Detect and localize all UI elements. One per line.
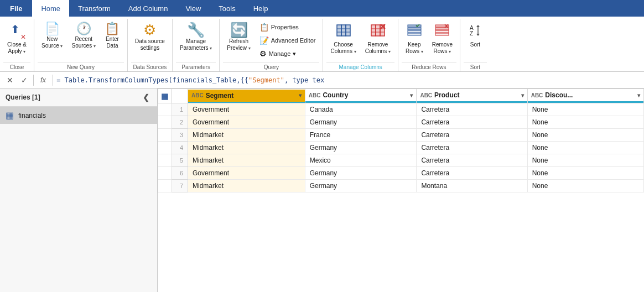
row-checkbox[interactable]: [158, 129, 172, 142]
tab-bar: File Home Transform Add Column View Tool…: [0, 0, 644, 17]
ribbon-group-reduce-rows: KeepRows ▾: [398, 19, 460, 71]
remove-rows-label: RemoveRows ▾: [432, 41, 453, 55]
row-checkbox[interactable]: [158, 142, 172, 154]
row-checkbox[interactable]: [158, 116, 172, 129]
row-num: 1: [172, 103, 188, 116]
advanced-editor-label: Advanced Editor: [271, 37, 316, 44]
manage-parameters-button[interactable]: 🔧 ManageParameters ▾: [176, 21, 216, 53]
recent-sources-button[interactable]: 🕐 RecentSources ▾: [67, 21, 99, 51]
advanced-editor-icon: 📝: [259, 36, 269, 45]
sort-icon: A Z: [469, 23, 481, 40]
ribbon-group-query: 🔄 RefreshPreview ▾ 📋 Properties 📝 Advanc…: [220, 19, 323, 71]
sidebar-title: Queries [1]: [6, 93, 40, 101]
formula-confirm-button[interactable]: ✓: [19, 75, 30, 86]
ribbon-group-manage-columns: ChooseColumns ▾: [323, 19, 398, 71]
table-row[interactable]: 2 Government Germany Carretera None: [158, 116, 644, 129]
table-row[interactable]: 7 Midmarket Germany Montana None: [158, 180, 644, 192]
remove-columns-button[interactable]: RemoveColumns ▾: [361, 21, 394, 56]
col-header-segment[interactable]: ABC Segment ▾: [188, 89, 305, 103]
sort-button[interactable]: A Z Sort: [464, 21, 487, 50]
cell-segment: Government: [188, 116, 305, 129]
table-row[interactable]: 4 Midmarket Germany Carretera None: [158, 142, 644, 154]
sort-label: Sort: [470, 41, 480, 48]
sidebar: Queries [1] ❮ ▦ financials: [0, 88, 158, 292]
col-dropdown-discount[interactable]: ▾: [637, 92, 640, 98]
refresh-preview-label: RefreshPreview ▾: [227, 38, 250, 51]
cell-product: Montana: [417, 180, 527, 192]
data-source-settings-button[interactable]: ⚙ Data sourcesettings: [131, 21, 169, 53]
select-all-header[interactable]: ▦: [158, 89, 172, 103]
svg-rect-4: [346, 25, 350, 36]
ribbon-group-manage-columns-label: Manage Columns: [326, 62, 394, 71]
tab-transform[interactable]: Transform: [69, 0, 120, 17]
formula-bar-separator2: [53, 75, 53, 86]
advanced-editor-button[interactable]: 📝 Advanced Editor: [256, 34, 320, 46]
tab-tools[interactable]: Tools: [210, 0, 244, 17]
col-name-segment: Segment: [206, 92, 234, 100]
table-row[interactable]: 5 Midmarket Mexico Carretera None: [158, 154, 644, 167]
svg-text:Z: Z: [470, 30, 473, 36]
refresh-preview-button[interactable]: 🔄 RefreshPreview ▾: [223, 21, 254, 53]
query-col-right: 📋 Properties 📝 Advanced Editor ⚙ Manage …: [256, 21, 320, 60]
svg-rect-0: [337, 25, 341, 36]
col-type-icon-country: ABC: [309, 92, 321, 98]
svg-rect-8: [371, 25, 376, 36]
properties-icon: 📋: [259, 23, 269, 32]
row-checkbox[interactable]: [158, 167, 172, 180]
new-source-icon: 📄: [45, 23, 60, 35]
row-num: 7: [172, 180, 188, 192]
remove-rows-button[interactable]: RemoveRows ▾: [428, 21, 456, 56]
tab-view[interactable]: View: [176, 0, 210, 17]
formula-text[interactable]: = Table.TransformColumnTypes(financials_…: [56, 76, 640, 84]
recent-sources-icon: 🕐: [76, 23, 91, 35]
row-num: 2: [172, 116, 188, 129]
ribbon-group-reduce-rows-label: Reduce Rows: [402, 62, 456, 71]
remove-columns-icon: [370, 23, 386, 40]
cell-product: Carretera: [417, 116, 527, 129]
new-source-button[interactable]: 📄 NewSource ▾: [38, 21, 66, 51]
close-apply-button[interactable]: ⬆ ✕ Close &Apply ▾: [3, 21, 30, 56]
table-row[interactable]: 1 Government Canada Carretera None: [158, 103, 644, 116]
row-checkbox[interactable]: [158, 154, 172, 167]
col-name-discount: Discou...: [545, 91, 573, 99]
row-checkbox[interactable]: [158, 103, 172, 116]
col-header-product[interactable]: ABC Product ▾: [417, 89, 527, 103]
cell-country: Germany: [305, 180, 417, 192]
row-checkbox[interactable]: [158, 180, 172, 192]
col-header-country[interactable]: ABC Country ▾: [305, 89, 417, 103]
formula-cancel-button[interactable]: ✕: [4, 75, 15, 86]
choose-columns-icon: [336, 23, 351, 40]
tab-help[interactable]: Help: [245, 0, 277, 17]
close-apply-icon: ⬆ ✕: [8, 23, 26, 40]
ribbon-group-new-query: 📄 NewSource ▾ 🕐 RecentSources ▾ 📋 EnterD…: [34, 19, 128, 71]
properties-button[interactable]: 📋 Properties: [256, 21, 320, 33]
table-row[interactable]: 6 Government Germany Carretera None: [158, 167, 644, 180]
col-header-discount[interactable]: ABC Discou... ▾: [527, 89, 643, 103]
properties-label: Properties: [271, 24, 299, 30]
cell-discount: None: [527, 142, 643, 154]
cell-segment: Midmarket: [188, 180, 305, 192]
tab-add-column[interactable]: Add Column: [120, 0, 177, 17]
choose-columns-button[interactable]: ChooseColumns ▾: [326, 21, 360, 56]
cell-country: Canada: [305, 103, 417, 116]
tab-home[interactable]: Home: [32, 0, 69, 17]
cell-segment: Government: [188, 103, 305, 116]
tab-file[interactable]: File: [0, 0, 32, 17]
manage-label: Manage ▾: [269, 50, 296, 58]
formula-fx-label: fx: [37, 76, 49, 84]
cell-country: Mexico: [305, 154, 417, 167]
col-dropdown-product[interactable]: ▾: [521, 92, 524, 98]
manage-button[interactable]: ⚙ Manage ▾: [256, 48, 320, 60]
sidebar-collapse-button[interactable]: ❮: [141, 92, 152, 103]
ribbon-group-parameters-label: Parameters: [176, 62, 216, 71]
remove-columns-label: RemoveColumns ▾: [365, 41, 391, 55]
col-dropdown-segment[interactable]: ▾: [299, 92, 302, 98]
col-dropdown-country[interactable]: ▾: [410, 92, 413, 98]
ribbon-group-new-query-label: New Query: [38, 62, 124, 71]
sidebar-item-financials[interactable]: ▦ financials: [0, 107, 157, 124]
data-area[interactable]: ▦ ABC Segment ▾: [158, 88, 644, 292]
table-row[interactable]: 3 Midmarket France Carretera None: [158, 129, 644, 142]
manage-icon: ⚙: [259, 49, 267, 58]
keep-rows-button[interactable]: KeepRows ▾: [402, 21, 427, 56]
enter-data-button[interactable]: 📋 EnterData: [101, 21, 124, 51]
